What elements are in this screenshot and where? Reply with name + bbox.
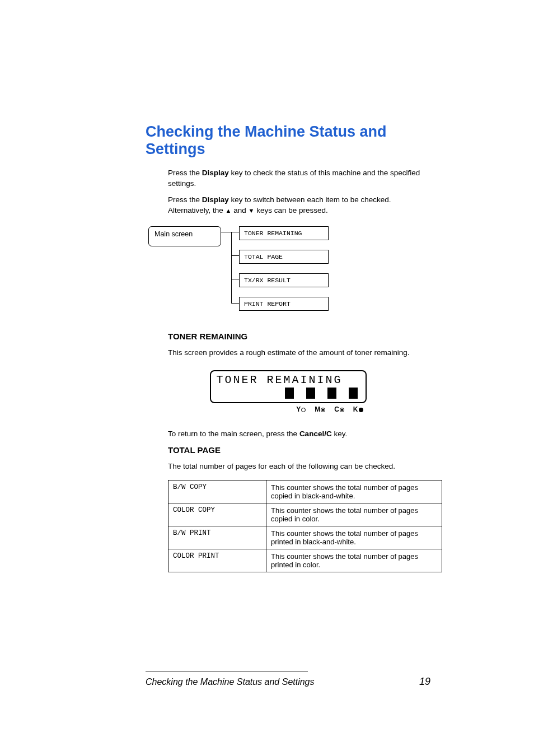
text: Y <box>296 405 301 413</box>
text: and <box>231 206 248 214</box>
dot-full-icon <box>359 408 363 412</box>
page-footer: Checking the Machine Status and Settings… <box>146 671 430 688</box>
intro-para-2: Press the Display key to switch between … <box>168 195 430 216</box>
lcd-illustration: TONER REMAINING Y M C K <box>210 370 367 413</box>
text: Press the <box>168 195 202 204</box>
intro-para-1: Press the Display key to check the statu… <box>168 168 430 189</box>
main-heading: Checking the Machine Status and Settings <box>146 123 430 158</box>
connector-line <box>231 279 239 279</box>
connector-line <box>231 232 239 232</box>
label-y: Y <box>296 405 306 413</box>
table-row: COLOR COPY This counter shows the total … <box>168 503 442 526</box>
menu-item-report: PRINT REPORT <box>239 297 329 311</box>
counter-name: B/W COPY <box>168 480 266 503</box>
connector-line <box>231 232 232 304</box>
page-number: 19 <box>419 676 430 688</box>
menu-item-toner: TONER REMAINING <box>239 226 329 240</box>
text: Press the <box>168 169 202 177</box>
text: K <box>353 405 358 413</box>
main-screen-box: Main screen <box>148 226 221 246</box>
display-key-ref: Display <box>202 195 229 204</box>
toner-bar-m <box>306 388 315 399</box>
counter-desc: This counter shows the total number of p… <box>266 549 442 572</box>
text: keys can be pressed. <box>254 206 327 214</box>
down-triangle-icon: ▼ <box>248 207 254 214</box>
connector-line <box>231 255 239 256</box>
footer-rule <box>146 671 308 671</box>
table-row: B/W PRINT This counter shows the total n… <box>168 526 442 549</box>
connector-line <box>221 232 231 232</box>
counter-name: COLOR COPY <box>168 503 266 526</box>
table-row: COLOR PRINT This counter shows the total… <box>168 549 442 572</box>
toner-bar-y <box>285 388 294 399</box>
lcd-title: TONER REMAINING <box>217 374 360 386</box>
total-page-table: B/W COPY This counter shows the total nu… <box>168 480 442 572</box>
toner-heading: TONER REMAINING <box>168 332 430 341</box>
footer-title: Checking the Machine Status and Settings <box>146 677 315 687</box>
text: C <box>334 405 339 413</box>
menu-diagram: Main screen TONER REMAINING TOTAL PAGE T… <box>148 226 430 316</box>
table-row: B/W COPY This counter shows the total nu… <box>168 480 442 503</box>
counter-desc: This counter shows the total number of p… <box>266 526 442 549</box>
toner-labels: Y M C K <box>210 405 367 413</box>
label-m: M <box>315 405 325 413</box>
return-para: To return to the main screen, press the … <box>168 429 430 440</box>
lcd-screen: TONER REMAINING <box>210 370 367 403</box>
dot-open-icon <box>301 408 306 412</box>
menu-item-total: TOTAL PAGE <box>239 250 329 264</box>
label-c: C <box>334 405 344 413</box>
counter-desc: This counter shows the total number of p… <box>266 480 442 503</box>
cancel-key-ref: Cancel/C <box>299 430 332 438</box>
toner-bar-k <box>349 388 358 399</box>
menu-item-txrx: TX/RX RESULT <box>239 273 329 287</box>
up-triangle-icon: ▲ <box>226 207 232 214</box>
counter-name: B/W PRINT <box>168 526 266 549</box>
toner-bars <box>217 388 360 399</box>
counter-name: COLOR PRINT <box>168 549 266 572</box>
toner-para: This screen provides a rough estimate of… <box>168 348 430 358</box>
counter-desc: This counter shows the total number of p… <box>266 503 442 526</box>
label-k: K <box>353 405 363 413</box>
dot-half-icon <box>321 408 325 412</box>
connector-line <box>231 303 239 304</box>
text: key. <box>332 430 348 438</box>
text: To return to the main screen, press the <box>168 430 299 438</box>
total-heading: TOTAL PAGE <box>168 445 430 455</box>
dot-half-icon <box>340 408 344 412</box>
total-para: The total number of pages for each of th… <box>168 461 430 472</box>
display-key-ref: Display <box>202 169 229 177</box>
toner-bar-c <box>327 388 336 399</box>
text: M <box>315 405 320 413</box>
